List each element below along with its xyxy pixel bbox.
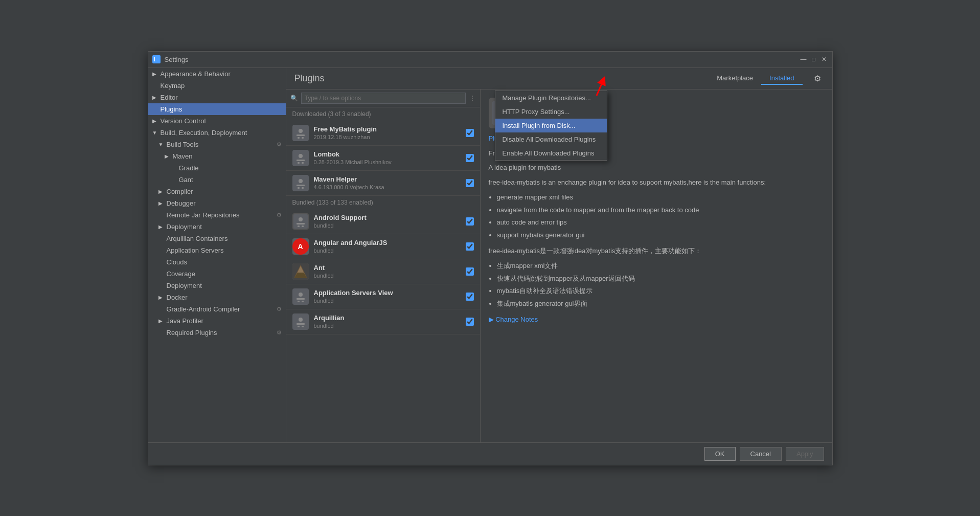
plugin-checkbox-mybatis[interactable]: [466, 129, 474, 137]
plugin-name-arquillian: Arquillian: [314, 314, 461, 322]
maximize-button[interactable]: □: [810, 55, 818, 63]
plugin-item-lombok[interactable]: Lombok 0.28-2019.3 Michail Plushnikov: [286, 146, 480, 171]
sidebar-item-application-servers[interactable]: Application Servers: [148, 244, 286, 256]
expand-arrow-bt-icon: ▼: [158, 142, 165, 147]
ok-button[interactable]: OK: [704, 447, 736, 461]
sidebar-item-editor[interactable]: ▶ Editor: [148, 92, 286, 103]
sidebar-item-java-profiler[interactable]: ▶ Java Profiler: [148, 315, 286, 327]
svg-point-13: [299, 179, 303, 183]
dropdown-item-install-disk[interactable]: Install Plugin from Disk...: [495, 119, 607, 132]
sidebar-item-debugger[interactable]: ▶ Debugger: [148, 197, 286, 209]
plugin-meta-app-servers-view: bundled: [314, 298, 461, 304]
bullet4: support mybatis generator gui: [497, 230, 824, 241]
plugin-checkbox-android[interactable]: [466, 217, 474, 226]
plugin-search-menu-icon[interactable]: ⋮: [469, 94, 476, 102]
plugin-item-maven-helper[interactable]: Maven Helper 4.6.193.000.0 Vojtech Krasa: [286, 171, 480, 196]
plugin-info-android: Android Support bundled: [314, 214, 461, 229]
dropdown-item-http-proxy[interactable]: HTTP Proxy Settings...: [495, 105, 607, 119]
plugin-item-android[interactable]: Android Support bundled: [286, 209, 480, 234]
sidebar-item-arquillian-containers[interactable]: Arquillian Containers: [148, 233, 286, 244]
plugin-checkbox-app-servers-view[interactable]: [466, 293, 474, 301]
desc-line2: A idea plugin for mybatis: [489, 163, 824, 173]
tab-installed[interactable]: Installed: [761, 72, 802, 85]
plugin-icon-arquillian: [292, 313, 309, 330]
svg-rect-33: [298, 326, 300, 327]
minimize-button[interactable]: —: [800, 55, 808, 63]
sidebar-item-coverage[interactable]: Coverage: [148, 268, 286, 280]
svg-rect-5: [298, 137, 300, 139]
plugin-checkbox-arquillian[interactable]: [466, 318, 474, 326]
svg-rect-4: [297, 134, 305, 136]
sidebar-label-required-plugins: Required Plugins: [167, 329, 217, 336]
expand-arrow-jp-icon: ▶: [158, 318, 165, 324]
sidebar-item-deployment[interactable]: ▶ Deployment: [148, 221, 286, 233]
sidebar-item-version-control[interactable]: ▶ Version Control: [148, 115, 286, 127]
dropdown-item-disable-all[interactable]: Disable All Downloaded Plugins: [495, 132, 607, 146]
plugin-item-ant[interactable]: Ant bundled: [286, 259, 480, 284]
sidebar-label-plugins: Plugins: [161, 105, 183, 113]
expand-arrow-compiler-icon: ▶: [158, 189, 165, 194]
plugin-item-arquillian[interactable]: Arquillian bundled: [286, 309, 480, 334]
plugin-name-lombok: Lombok: [314, 150, 461, 158]
sidebar-label-application-servers: Application Servers: [167, 246, 224, 254]
sidebar-item-gradle-android[interactable]: Gradle-Android Compiler ⚙: [148, 303, 286, 315]
sidebar-item-deployment2[interactable]: Deployment: [148, 280, 286, 291]
expand-arrow-build-icon: ▼: [152, 130, 158, 136]
sidebar-item-build-tools[interactable]: ▼ Build Tools ⚙: [148, 139, 286, 150]
plugin-checkbox-ant[interactable]: [466, 267, 474, 276]
desc-cn1: free-idea-mybatis是一款增强idea对mybatis支持的插件，…: [489, 246, 824, 257]
sidebar-item-maven[interactable]: ▶ Maven: [148, 150, 286, 162]
plugin-info-ant: Ant bundled: [314, 264, 461, 279]
expand-arrow-editor-icon: ▶: [152, 95, 158, 100]
gear-rj-icon: ⚙: [277, 212, 282, 218]
sidebar-item-build[interactable]: ▼ Build, Execution, Deployment: [148, 127, 286, 139]
plugin-icon-app-servers-view: [292, 288, 309, 305]
plugin-checkbox-maven-helper[interactable]: [466, 179, 474, 187]
bullet-cn1: 生成mapper xml文件: [497, 261, 824, 272]
plugin-checkbox-lombok[interactable]: [466, 154, 474, 162]
sidebar-label-gradle-android: Gradle-Android Compiler: [167, 305, 240, 313]
plugin-info-angular: Angular and AngularJS bundled: [314, 239, 461, 254]
plugin-item-mybatis[interactable]: Free MyBatis plugin 2019.12.18 wuzhizhan: [286, 121, 480, 146]
plugin-search-icon: 🔍: [290, 95, 298, 102]
plugin-item-angular[interactable]: A Angular and AngularJS bundled: [286, 234, 480, 259]
bottom-bar: OK Cancel Apply: [148, 442, 832, 465]
sidebar-item-keymap[interactable]: Keymap: [148, 80, 286, 92]
apply-button[interactable]: Apply: [786, 447, 824, 461]
tab-marketplace[interactable]: Marketplace: [709, 72, 761, 85]
sidebar-item-gant[interactable]: Gant: [148, 174, 286, 186]
plugin-meta-android: bundled: [314, 222, 461, 229]
dropdown-item-manage-repos[interactable]: Manage Plugin Repositories...: [495, 91, 607, 105]
change-notes[interactable]: ▶ Change Notes: [489, 316, 824, 323]
plugins-title: Plugins: [294, 73, 701, 84]
svg-text:I: I: [153, 55, 155, 63]
sidebar-label-editor: Editor: [161, 94, 178, 101]
bullet-cn3: mybatis自动补全及语法错误提示: [497, 286, 824, 297]
sidebar-item-gradle[interactable]: Gradle: [148, 162, 286, 174]
sidebar-item-appearance[interactable]: ▶ Appearance & Behavior: [148, 68, 286, 80]
sidebar-item-clouds[interactable]: Clouds: [148, 256, 286, 268]
desc-line3: free-idea-mybatis is an enchange plugin …: [489, 177, 824, 188]
cancel-button[interactable]: Cancel: [740, 447, 782, 461]
plugin-search-input[interactable]: [301, 93, 466, 104]
sidebar-item-remote-jar[interactable]: Remote Jar Repositories ⚙: [148, 209, 286, 221]
sidebar-item-required-plugins[interactable]: Required Plugins ⚙: [148, 327, 286, 339]
svg-point-18: [299, 217, 303, 221]
svg-point-31: [299, 318, 303, 322]
sidebar-item-docker[interactable]: ▶ Docker: [148, 291, 286, 303]
plugin-meta-angular: bundled: [314, 248, 461, 254]
sidebar-item-compiler[interactable]: ▶ Compiler: [148, 186, 286, 197]
close-button[interactable]: ✕: [820, 55, 828, 63]
sidebar-item-plugins[interactable]: Plugins: [148, 103, 286, 115]
plugin-icon-lombok: [292, 150, 309, 166]
plugins-gear-button[interactable]: ⚙: [811, 73, 824, 84]
svg-rect-11: [302, 162, 304, 164]
plugin-item-app-servers-view[interactable]: Application Servers View bundled: [286, 284, 480, 309]
plugin-checkbox-angular[interactable]: [466, 242, 474, 251]
sidebar-label-appearance: Appearance & Behavior: [161, 70, 231, 78]
expand-arrow-deploy-icon: ▶: [158, 224, 165, 230]
sidebar-label-coverage: Coverage: [167, 270, 195, 278]
svg-rect-14: [297, 185, 305, 186]
plugin-meta-ant: bundled: [314, 273, 461, 279]
dropdown-item-enable-all[interactable]: Enable All Downloaded Plugins: [495, 146, 607, 160]
